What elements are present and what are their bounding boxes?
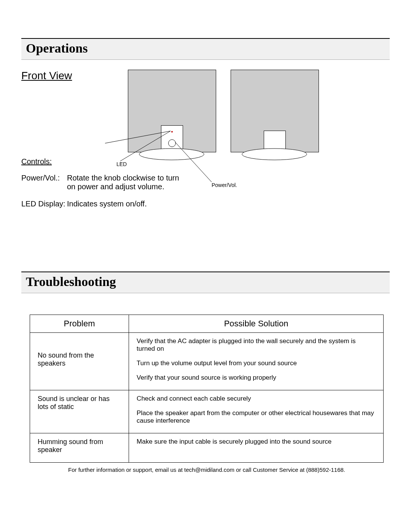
front-view-area: Front View [21, 70, 390, 237]
support-footer: For further information or support, emai… [30, 466, 384, 473]
solution-line: Verify that the AC adapter is plugged in… [137, 337, 376, 353]
solution-line: Turn up the volume output level from you… [137, 359, 376, 367]
troubleshooting-area: Problem Possible Solution No sound from … [21, 315, 390, 473]
problem-cell: Humming sound from speaker [30, 433, 129, 463]
front-view-title: Front View [21, 70, 72, 82]
problem-cell: Sound is unclear or has lots of static [30, 390, 129, 433]
speaker-diagram: LED Power/Vol. [105, 70, 349, 169]
table-header-row: Problem Possible Solution [30, 315, 384, 333]
solution-line: Check and connect each cable securely [137, 395, 376, 403]
led-indicator-icon [171, 131, 173, 133]
table-row: No sound from the speakers Verify that t… [30, 333, 384, 390]
operations-heading: Operations [21, 38, 390, 60]
svg-point-1 [242, 149, 307, 160]
right-speaker-base [240, 148, 309, 161]
troubleshooting-heading: Troubleshooting [21, 272, 390, 293]
solution-line: Verify that your sound source is working… [137, 374, 376, 382]
controls-block: Controls: Power/Vol.: Rotate the knob cl… [21, 157, 181, 217]
problem-cell: No sound from the speakers [30, 333, 129, 390]
troubleshooting-table: Problem Possible Solution No sound from … [30, 315, 384, 463]
control-desc: Indicates system on/off. [67, 200, 181, 208]
manual-page: Operations Front View [0, 0, 411, 532]
power-callout-label: Power/Vol. [212, 182, 237, 188]
control-label: LED Display: [21, 200, 67, 208]
table-row: Sound is unclear or has lots of static C… [30, 390, 384, 433]
solution-line: Make sure the input cable is securely pl… [137, 438, 376, 446]
control-row: Power/Vol.: Rotate the knob clockwise to… [21, 174, 181, 191]
control-desc: Rotate the knob clockwise to turn on pow… [67, 174, 181, 191]
control-label: Power/Vol.: [21, 174, 67, 191]
control-row: LED Display: Indicates system on/off. [21, 200, 181, 208]
solution-line: Place the speaker apart from the compute… [137, 409, 376, 425]
table-row: Humming sound from speaker Make sure the… [30, 433, 384, 463]
solution-cell: Check and connect each cable securely Pl… [129, 390, 384, 433]
solution-header: Possible Solution [129, 315, 384, 333]
solution-cell: Verify that the AC adapter is plugged in… [129, 333, 384, 390]
controls-heading: Controls: [21, 157, 52, 166]
right-speaker-body [231, 70, 319, 152]
power-volume-knob-icon [168, 139, 176, 147]
solution-cell: Make sure the input cable is securely pl… [129, 433, 384, 463]
left-speaker-body [128, 70, 216, 152]
problem-header: Problem [30, 315, 129, 333]
